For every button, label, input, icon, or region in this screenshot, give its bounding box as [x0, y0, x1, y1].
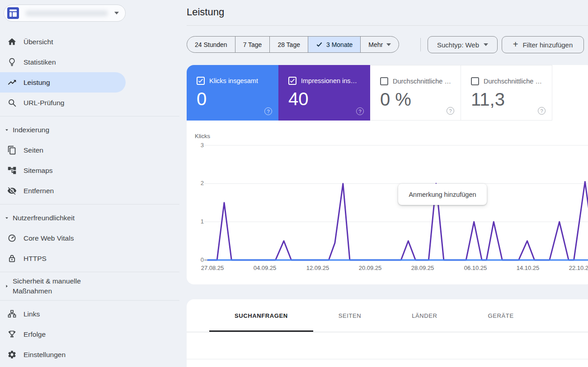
metric-card-ctr[interactable]: Durchschnittliche … 0 % ? — [370, 65, 461, 121]
tab-laender[interactable]: LÄNDER — [386, 299, 462, 332]
sidebar-item-sitemaps[interactable]: Sitemaps — [0, 160, 179, 181]
sidebar-item-label: Übersicht — [24, 38, 53, 46]
sidebar-item-erfolge[interactable]: Erfolge — [0, 324, 179, 344]
x-tick: 14.10.25 — [508, 265, 548, 271]
sidebar-item-seiten[interactable]: Seiten — [0, 140, 179, 160]
toolbar-divider — [420, 38, 421, 51]
sidebar-item-https[interactable]: HTTPS — [0, 248, 179, 269]
sidebar-section-nutzerfreundlichkeit[interactable]: Nutzerfreundlichkeit — [0, 208, 179, 228]
metric-card-impressionen[interactable]: Impressionen ins… 40 ? — [278, 65, 370, 121]
main-content: Leistung 24 Stunden 7 Tage 28 Tage 3 Mon… — [179, 0, 588, 367]
sidebar-item-core-web-vitals[interactable]: Core Web Vitals — [0, 228, 179, 248]
sidebar-item-label: Erfolge — [24, 330, 46, 339]
tab-label: 3 Monate — [326, 41, 353, 48]
help-icon[interactable]: ? — [264, 107, 272, 115]
dimensions-card: SUCHANFRAGEN SEITEN LÄNDER GERÄTE — [187, 299, 588, 367]
sidebar-item-label: Entfernen — [24, 187, 54, 195]
sidebar-divider — [0, 272, 179, 272]
home-icon — [7, 37, 17, 46]
metric-value: 40 — [288, 89, 370, 109]
y-axis-label: Klicks — [195, 133, 210, 139]
tab-mehr[interactable]: Mehr — [360, 37, 399, 52]
metric-cards: Klicks insgesamt 0 ? Impressionen ins… 4… — [187, 65, 588, 121]
checkbox-unchecked-icon[interactable] — [380, 77, 388, 85]
tab-suchanfragen[interactable]: SUCHANFRAGEN — [209, 299, 313, 332]
checkbox-checked-icon[interactable] — [197, 77, 205, 85]
chart-canvas — [187, 131, 588, 276]
tab-label: LÄNDER — [412, 312, 437, 319]
date-range-segmented-control: 24 Stunden 7 Tage 28 Tage 3 Monate Mehr — [187, 36, 399, 53]
chevron-down-icon — [484, 43, 488, 46]
links-icon — [7, 309, 17, 319]
plus-icon: + — [513, 40, 518, 49]
tab-28-tage[interactable]: 28 Tage — [269, 37, 308, 52]
help-icon[interactable]: ? — [538, 107, 546, 115]
y-tick: 1 — [190, 218, 204, 225]
tab-label: Mehr — [368, 41, 383, 48]
search-type-dropdown[interactable]: Suchtyp: Web — [428, 36, 498, 53]
sidebar-section-label: Sicherheit & manuelle Maßnahmen — [13, 276, 117, 296]
checkbox-unchecked-icon[interactable] — [471, 77, 479, 85]
sidebar-item-leistung[interactable]: Leistung — [0, 72, 126, 93]
sidebar-item-statistiken[interactable]: Statistiken — [0, 52, 179, 72]
metric-label: Klicks insgesamt — [209, 77, 258, 84]
sidebar-section-sicherheit[interactable]: Sicherheit & manuelle Maßnahmen — [0, 275, 179, 297]
sidebar-divider — [0, 300, 179, 301]
sidebar-item-entfernen[interactable]: Entfernen — [0, 181, 179, 201]
tab-3-monate[interactable]: 3 Monate — [308, 37, 360, 52]
gauge-icon — [7, 233, 17, 243]
add-filter-button[interactable]: + Filter hinzufügen — [502, 36, 584, 53]
lock-icon — [7, 254, 17, 263]
table-header-divider — [187, 359, 588, 359]
help-icon[interactable]: ? — [356, 107, 364, 115]
tab-24-stunden[interactable]: 24 Stunden — [187, 37, 235, 52]
tab-label: SEITEN — [339, 312, 362, 319]
property-selector[interactable] — [4, 5, 126, 22]
sidebar-item-einstellungen[interactable]: Einstellungen — [0, 344, 179, 365]
visibility-off-icon — [7, 186, 17, 195]
chevron-down-icon — [4, 127, 10, 133]
sidebar-nav: Übersicht Statistiken Leistung URL-Prüfu… — [0, 32, 179, 365]
x-tick: 04.09.25 — [245, 265, 285, 271]
tab-label: SUCHANFRAGEN — [235, 312, 288, 319]
sidebar-section-label: Nutzerfreundlichkeit — [13, 214, 75, 222]
x-tick: 22.10.25 — [560, 265, 588, 271]
lightbulb-icon — [7, 57, 17, 67]
sidebar-section-indexierung[interactable]: Indexierung — [0, 120, 179, 140]
metric-value: 0 — [197, 89, 278, 109]
tab-geraete[interactable]: GERÄTE — [463, 299, 539, 332]
tab-seiten[interactable]: SEITEN — [313, 299, 387, 332]
metric-card-klicks[interactable]: Klicks insgesamt 0 ? — [187, 65, 278, 121]
sidebar-item-label: HTTPS — [24, 255, 47, 263]
tab-7-tage[interactable]: 7 Tage — [235, 37, 270, 52]
checkbox-checked-icon[interactable] — [288, 77, 296, 85]
metric-label: Durchschnittliche … — [484, 78, 542, 85]
metric-card-position[interactable]: Durchschnittliche … 11,3 ? — [461, 65, 552, 121]
x-tick: 20.09.25 — [350, 265, 390, 271]
add-annotation-tooltip[interactable]: Anmerkung hinzufügen — [398, 184, 487, 205]
sidebar-divider — [0, 204, 179, 204]
metric-label: Impressionen ins… — [301, 77, 357, 84]
trophy-icon — [7, 330, 17, 339]
page-title: Leistung — [187, 6, 224, 18]
sidebar-item-links[interactable]: Links — [0, 304, 179, 324]
sidebar-item-uebersicht[interactable]: Übersicht — [0, 32, 179, 52]
dimension-tabs: SUCHANFRAGEN SEITEN LÄNDER GERÄTE — [187, 299, 588, 332]
header-divider — [187, 25, 588, 26]
chevron-down-icon — [386, 43, 391, 46]
sidebar-item-url-pruefung[interactable]: URL-Prüfung — [0, 93, 179, 113]
sidebar-item-label: Core Web Vitals — [24, 234, 74, 242]
property-name-redacted — [25, 10, 108, 16]
chevron-down-icon — [4, 215, 10, 221]
search-console-property-icon — [7, 7, 19, 19]
sidebar-divider — [0, 116, 179, 116]
sidebar-item-label: Statistiken — [24, 58, 56, 66]
add-filter-label: Filter hinzufügen — [522, 41, 573, 49]
check-icon — [316, 41, 323, 48]
tab-label: GERÄTE — [488, 312, 514, 319]
gear-icon — [7, 350, 17, 359]
sidebar-section-label: Indexierung — [13, 126, 49, 134]
help-icon[interactable]: ? — [447, 107, 454, 115]
performance-chart[interactable]: Klicks 3 2 1 0 27.08.25 04.09.25 12.09.2… — [187, 131, 588, 276]
performance-card: Klicks insgesamt 0 ? Impressionen ins… 4… — [187, 65, 588, 284]
